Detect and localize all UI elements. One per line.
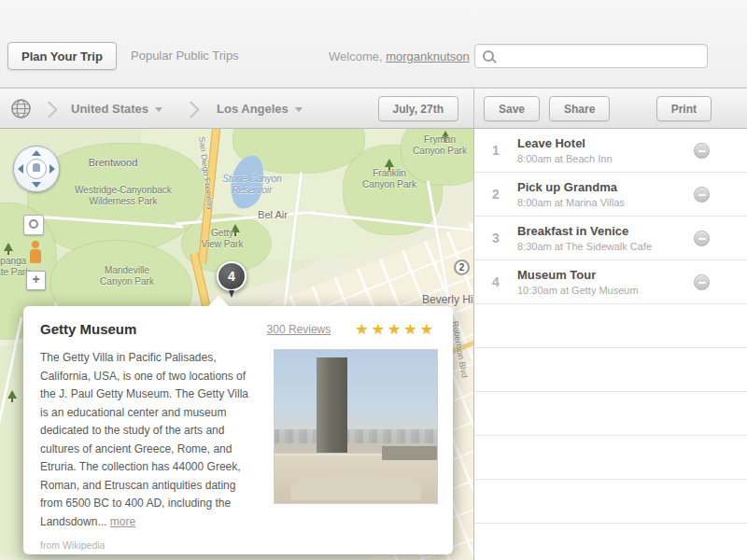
welcome-text: Welcome, morganknutson	[329, 49, 470, 63]
photo-wall	[382, 446, 437, 460]
reviews-link[interactable]: 300 Reviews	[267, 323, 331, 336]
itinerary-empty-row[interactable]	[474, 392, 747, 436]
itinerary-row[interactable]: 2 Pick up Grandma 8:00am at Marina Villa…	[474, 173, 747, 217]
itinerary-row[interactable]: 4 Museum Tour 10:30am at Getty Museum	[474, 260, 747, 304]
itinerary-row[interactable]: 1 Leave Hotel 8:00am at Beach Inn	[474, 129, 747, 173]
tab-plan-your-trip[interactable]: Plan Your Trip	[7, 42, 117, 70]
description-text: The Getty Villa in Pacific Palisades, Ca…	[40, 351, 248, 528]
pan-right-icon[interactable]	[49, 164, 55, 174]
welcome-prefix: Welcome,	[329, 49, 383, 63]
map-label-reservoir: Stone Canyon Reservoir	[213, 174, 291, 196]
itinerary-row[interactable]: 3 Breakfast in Venice 8:30am at The Side…	[474, 217, 747, 260]
map-label-brentwood: Brentwood	[80, 157, 146, 168]
popup-title: Getty Museum	[40, 321, 136, 337]
star-icon: ★	[355, 321, 371, 337]
map-label-westridge: Westridge-Canyonback Wilderness Park	[49, 185, 198, 207]
itinerary-empty-row[interactable]	[474, 348, 747, 392]
share-button[interactable]: Share	[549, 96, 610, 121]
print-button[interactable]: Print	[656, 96, 712, 121]
chevron-down-icon	[295, 107, 303, 112]
date-button[interactable]: July, 27th	[378, 96, 458, 121]
itinerary-empty-row[interactable]	[474, 524, 747, 560]
remove-item-button[interactable]	[694, 231, 710, 246]
map-label-mandeville: Mandeville Canyon Park	[86, 265, 168, 287]
map-marker-4[interactable]: 4	[217, 261, 247, 291]
row-number: 1	[474, 143, 517, 158]
street-view-pegman[interactable]	[29, 241, 42, 265]
toolbar-right: Save Share Print	[474, 89, 747, 128]
photo-city-skyline	[275, 429, 437, 443]
itinerary-panel: 1 Leave Hotel 8:00am at Beach Inn 2 Pick…	[474, 129, 747, 560]
itinerary-empty-row[interactable]	[474, 304, 747, 348]
tree-icon	[4, 243, 13, 255]
more-link[interactable]: more	[110, 515, 135, 528]
tree-icon	[7, 390, 17, 402]
toolbar-left: United States Los Angeles July, 27th	[0, 89, 474, 128]
username-link[interactable]: morganknutson	[386, 49, 470, 63]
row-number: 2	[474, 187, 517, 202]
remove-item-button[interactable]	[694, 143, 710, 159]
map-label-beverly-hills: Beverly Hi	[422, 294, 474, 305]
map-label-franklin: Franklin Canyon Park	[351, 168, 428, 190]
star-icon: ★	[372, 321, 388, 337]
getty-photo	[274, 349, 438, 504]
content: Brentwood Westridge-Canyonback Wildernes…	[0, 129, 747, 560]
save-button[interactable]: Save	[484, 96, 540, 121]
breadcrumb-country[interactable]: United States	[71, 102, 162, 116]
pan-up-icon[interactable]	[32, 150, 41, 156]
map-label-getty-view: Getty View Park	[190, 228, 255, 250]
zoom-in-button[interactable]: +	[26, 271, 46, 290]
row-title: Leave Hotel	[517, 136, 613, 150]
photo-terrace	[275, 454, 437, 503]
row-subtitle: 8:30am at The Sidewalk Cafe	[517, 241, 652, 252]
row-title: Pick up Grandma	[517, 180, 625, 194]
route-2-badge: 2	[454, 259, 470, 275]
city-label: Los Angeles	[217, 102, 289, 116]
row-subtitle: 8:00am at Beach Inn	[517, 153, 613, 164]
compass-control[interactable]	[23, 215, 44, 235]
globe-icon	[10, 98, 32, 119]
search-input[interactable]	[500, 46, 704, 68]
row-subtitle: 10:30am at Getty Museum	[517, 285, 639, 296]
itinerary-empty-row[interactable]	[474, 436, 747, 480]
chevron-right-icon	[40, 101, 57, 118]
map-label-fryman: Fryman Canyon Park	[403, 134, 474, 157]
place-popup: Getty Museum 300 Reviews ★★★★★ The Getty…	[23, 306, 453, 554]
row-number: 3	[474, 231, 517, 245]
tab-popular-public-trips[interactable]: Popular Public Trips	[131, 49, 239, 63]
pan-left-icon[interactable]	[18, 164, 23, 174]
toolbar: United States Los Angeles July, 27th Sav…	[0, 88, 747, 129]
star-icon: ★	[403, 321, 419, 337]
rating-stars: ★★★★★	[355, 320, 436, 338]
top-bar: Plan Your Trip Popular Public Trips Welc…	[0, 0, 747, 88]
source-attribution: from Wikipedia	[40, 537, 259, 555]
country-label: United States	[71, 102, 148, 116]
star-icon: ★	[420, 321, 436, 337]
row-number: 4	[474, 274, 517, 289]
row-title: Breakfast in Venice	[517, 224, 652, 238]
remove-item-button[interactable]	[694, 274, 710, 290]
photo-column	[317, 357, 347, 453]
chevron-right-icon	[182, 101, 199, 118]
remove-item-button[interactable]	[694, 187, 710, 203]
itinerary-empty-row[interactable]	[474, 480, 747, 524]
map-label-bel-air: Bel Air	[245, 209, 301, 220]
star-icon: ★	[388, 321, 403, 337]
pan-control[interactable]	[13, 146, 60, 192]
popup-description: The Getty Villa in Pacific Palisades, Ca…	[40, 349, 259, 555]
chevron-down-icon	[155, 107, 162, 112]
pan-hand-icon[interactable]	[26, 159, 47, 179]
row-title: Museum Tour	[517, 268, 639, 282]
search-box	[474, 44, 708, 68]
pan-down-icon[interactable]	[32, 182, 41, 188]
map[interactable]: Brentwood Westridge-Canyonback Wildernes…	[0, 129, 474, 560]
row-subtitle: 8:00am at Marina Villas	[517, 197, 625, 208]
search-icon	[483, 50, 494, 62]
breadcrumb-city[interactable]: Los Angeles	[217, 102, 303, 116]
